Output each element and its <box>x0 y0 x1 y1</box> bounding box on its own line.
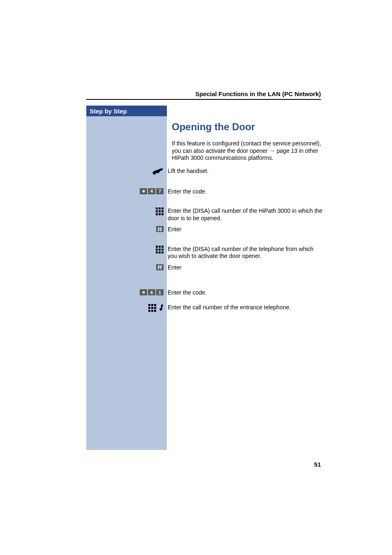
hash-key-icon <box>156 264 164 270</box>
keypad-tone-icon <box>148 304 164 312</box>
key-sequence-icon: ∗ 4 7 <box>140 188 164 194</box>
svg-line-4 <box>158 265 159 269</box>
step-text: Enter the (DISA) call number of the HiPa… <box>168 207 324 222</box>
step-icon-cell <box>143 246 168 253</box>
key-star-icon: ∗ <box>140 289 147 295</box>
step-text: Enter <box>168 226 324 233</box>
step-icon-cell <box>143 264 168 270</box>
step-icon-cell <box>143 226 168 232</box>
key-star-icon: ∗ <box>140 188 147 194</box>
step-row: Enter <box>172 264 324 272</box>
note-icon <box>159 304 164 311</box>
sidebar-label: Step by Step <box>90 108 127 115</box>
step-row: Enter the call number of the entrance te… <box>172 304 324 312</box>
key-6-icon: 6 <box>148 289 155 295</box>
svg-line-0 <box>158 227 159 231</box>
handset-icon <box>152 168 164 176</box>
hash-key-icon <box>156 226 164 232</box>
section-heading: Opening the Door <box>172 121 324 133</box>
step-icon-cell: ∗ 6 1 <box>143 289 168 295</box>
step-icon-cell <box>143 304 168 312</box>
keypad-icon <box>156 207 164 215</box>
intro-paragraph: If this feature is configured (contact t… <box>172 140 324 162</box>
step-text: Enter the (DISA) call number of the tele… <box>168 246 324 260</box>
step-text: Lift the handset. <box>168 168 324 175</box>
sidebar-background <box>86 106 167 450</box>
key-7-icon: 7 <box>156 188 164 194</box>
page-number: 51 <box>314 461 321 468</box>
step-icon-cell <box>143 207 168 215</box>
running-header: Special Functions in the LAN (PC Network… <box>195 90 321 97</box>
step-row: Enter <box>172 226 324 233</box>
key-4-icon: 4 <box>148 188 155 194</box>
keypad-icon <box>156 246 164 253</box>
svg-line-5 <box>161 265 161 269</box>
step-row: ∗ 6 1 Enter the code. <box>172 289 324 297</box>
header-rule <box>86 99 321 100</box>
step-text: Enter the code. <box>168 188 324 196</box>
key-sequence-icon: ∗ 6 1 <box>140 289 164 295</box>
main-content: Opening the Door If this feature is conf… <box>172 121 324 316</box>
step-icon-cell: ∗ 4 7 <box>143 188 168 194</box>
step-row: Lift the handset. <box>172 168 324 176</box>
keypad-icon <box>148 304 156 312</box>
svg-line-1 <box>161 227 161 231</box>
step-text: Enter the code. <box>168 289 324 297</box>
step-icon-cell <box>143 168 168 176</box>
sidebar-header: Step by Step <box>86 106 167 116</box>
step-row: Enter the (DISA) call number of the tele… <box>172 246 324 260</box>
step-text: Enter the call number of the entrance te… <box>168 304 324 311</box>
step-row: ∗ 4 7 Enter the code. <box>172 188 324 196</box>
key-1-icon: 1 <box>156 289 164 295</box>
step-text: Enter <box>168 264 324 272</box>
step-row: Enter the (DISA) call number of the HiPa… <box>172 207 324 222</box>
